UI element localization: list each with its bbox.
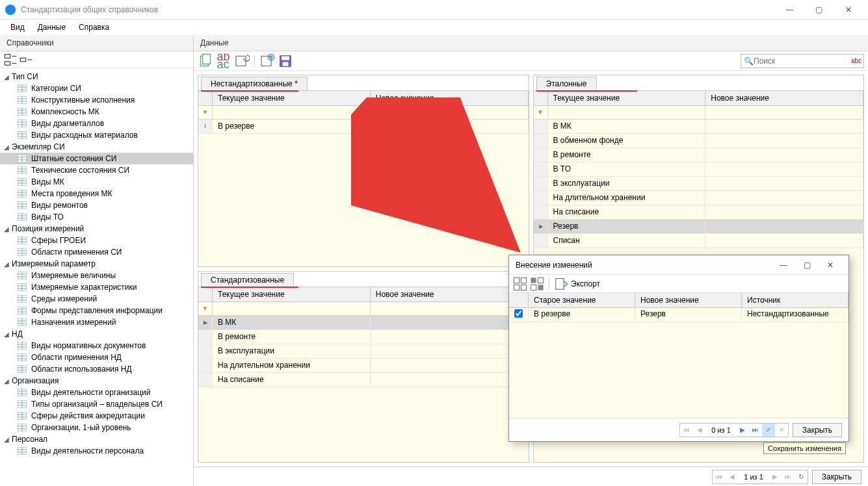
dialog-minimize-button[interactable]: — xyxy=(772,261,795,270)
export-icon[interactable] xyxy=(554,277,568,291)
col-new-value[interactable]: Новое значение xyxy=(705,91,863,105)
row-checkbox[interactable] xyxy=(514,309,523,318)
col-source[interactable]: Источник xyxy=(742,293,848,307)
table-row[interactable]: В ремонте xyxy=(198,330,529,344)
save-icon[interactable] xyxy=(278,53,293,69)
tree-item[interactable]: Типы организаций – владельцев СИ xyxy=(0,398,193,410)
tree-group[interactable]: ◢Тип СИ xyxy=(0,71,193,83)
col-current-value[interactable]: Текущее значение xyxy=(548,91,706,105)
nav-prev-icon[interactable]: ◀ xyxy=(693,424,706,437)
grid-nonstd-body[interactable]: IВ резервеРезерв xyxy=(198,120,529,266)
dialog-maximize-button[interactable]: ▢ xyxy=(795,261,819,270)
tree-item[interactable]: Виды расходных материалов xyxy=(0,129,193,141)
copy-icon[interactable] xyxy=(198,53,213,69)
nav-refresh-icon[interactable]: ↻ xyxy=(795,470,808,483)
table-row[interactable]: Резерв xyxy=(534,220,864,234)
filter-c2[interactable] xyxy=(371,106,529,119)
tab-reference[interactable]: Эталонные xyxy=(536,77,597,90)
menu-help[interactable]: Справка xyxy=(72,21,116,33)
table-row[interactable]: В эксплуатации xyxy=(534,177,864,191)
tree-item[interactable]: Виды драгметаллов xyxy=(0,118,193,129)
refresh-grid-icon[interactable] xyxy=(234,53,250,69)
tree-item[interactable]: Сферы ГРОЕИ xyxy=(0,235,193,246)
table-row[interactable]: Списан xyxy=(534,234,864,248)
col-current-value[interactable]: Текущее значение xyxy=(213,287,371,301)
table-row[interactable]: На длительном хранении xyxy=(198,359,529,373)
filter-icon[interactable]: ▼ xyxy=(198,302,213,315)
tree-item[interactable]: Виды ремонтов xyxy=(0,199,193,211)
tree-item[interactable]: Формы представления информации xyxy=(0,305,193,316)
search-input[interactable] xyxy=(754,57,851,66)
select-all-icon[interactable] xyxy=(513,277,527,291)
nav-last-icon[interactable]: ⏭ xyxy=(749,424,762,437)
apply-changes-icon[interactable] xyxy=(259,53,275,69)
minimize-button[interactable]: — xyxy=(775,1,804,19)
nav-last-icon[interactable]: ⏭ xyxy=(782,470,795,483)
nav-first-icon[interactable]: ⏮ xyxy=(713,470,726,483)
tree-item[interactable]: Виды деятельности организаций xyxy=(0,387,193,398)
apply-check-icon[interactable]: ✓ xyxy=(762,424,775,437)
nav-first-icon[interactable]: ⏮ xyxy=(680,424,693,437)
tree-item[interactable]: Виды МК xyxy=(0,176,193,188)
dialog-close-button[interactable]: ✕ xyxy=(819,261,842,270)
tree-item[interactable]: Сферы действия аккредитации xyxy=(0,410,193,422)
table-row[interactable]: В обменном фонде xyxy=(534,134,864,148)
close-panel-button[interactable]: Закрыть xyxy=(812,470,861,484)
tree-item[interactable]: Виды ТО xyxy=(0,211,193,223)
col-new-value[interactable]: Новое значение xyxy=(371,287,529,301)
tree-item[interactable]: Назначения измерений xyxy=(0,316,193,328)
table-row[interactable]: В ремонте xyxy=(534,148,864,162)
export-label[interactable]: Экспорт xyxy=(571,279,600,288)
table-row[interactable]: На длительном хранении xyxy=(534,191,864,205)
tree-item[interactable]: Штатные состояния СИ xyxy=(0,153,193,164)
dialog-grid-body[interactable]: В резервеРезервНестандартизованные xyxy=(509,308,848,418)
tree-item[interactable]: Измеряемые характеристики xyxy=(0,281,193,293)
filter-icon[interactable]: ▼ xyxy=(534,106,548,119)
table-row[interactable]: В эксплуатации xyxy=(198,344,529,359)
tab-nonstandard[interactable]: Нестандартизованные * xyxy=(201,77,308,90)
tree-item[interactable]: Конструктивные исполнения xyxy=(0,94,193,106)
col-old-value[interactable]: Старое значение xyxy=(529,293,635,307)
dialog-close-btn[interactable]: Закрыть xyxy=(793,423,842,437)
table-row[interactable]: В резервеРезервНестандартизованные xyxy=(509,308,848,322)
tree-group[interactable]: ◢Измеряемый параметр xyxy=(0,258,193,270)
tree-item[interactable]: Области применения НД xyxy=(0,352,193,363)
filter-c1[interactable] xyxy=(548,106,706,119)
col-new-value[interactable]: Новое значение xyxy=(635,293,742,307)
tree-item[interactable]: Виды нормативных документов xyxy=(0,340,193,352)
filter-c2[interactable] xyxy=(371,302,529,315)
nav-next-icon[interactable]: ▶ xyxy=(736,424,749,437)
nav-next-icon[interactable]: ▶ xyxy=(769,470,782,483)
col-current-value[interactable]: Текущее значение xyxy=(213,91,371,105)
tree-item[interactable]: Организации, 1-ый уровень xyxy=(0,422,193,433)
tree-group[interactable]: ◢Персонал xyxy=(0,433,193,445)
grid-std-body[interactable]: В МКВ ремонтеВ эксплуатацииНа длительном… xyxy=(198,316,529,463)
maximize-button[interactable]: ▢ xyxy=(804,1,834,19)
filter-c1[interactable] xyxy=(213,302,371,315)
tab-standard[interactable]: Стандартизованные xyxy=(201,273,294,287)
nav-prev-icon[interactable]: ◀ xyxy=(726,470,739,483)
table-row[interactable]: В ТО xyxy=(534,162,864,177)
filter-c2[interactable] xyxy=(705,106,863,119)
tree-item[interactable]: Измеряемые величины xyxy=(0,270,193,281)
tree-group[interactable]: ◢НД xyxy=(0,328,193,340)
cancel-x-icon[interactable]: ✕ xyxy=(775,424,788,437)
table-row[interactable]: На списание xyxy=(198,373,529,387)
table-row[interactable]: На списание xyxy=(534,205,864,220)
menu-data[interactable]: Данные xyxy=(31,21,72,33)
tree-item[interactable]: Категории СИ xyxy=(0,83,193,94)
tree-item[interactable]: Виды деятельности персонала xyxy=(0,445,193,457)
deselect-all-icon[interactable] xyxy=(530,277,544,291)
tree-item[interactable]: Места проведения МК xyxy=(0,188,193,199)
search-box[interactable]: 🔍 abc xyxy=(741,54,864,68)
filter-icon[interactable]: ▼ xyxy=(198,106,213,119)
tree-item[interactable]: Среды измерений xyxy=(0,293,193,305)
col-new-value[interactable]: Новое значение xyxy=(371,91,529,105)
tree-item[interactable]: Области применения СИ xyxy=(0,246,193,258)
tree-group[interactable]: ◢Экземпляр СИ xyxy=(0,141,193,153)
table-row[interactable]: В МК xyxy=(198,316,529,330)
tree-group[interactable]: ◢Позиция измерений xyxy=(0,223,193,235)
tree-item[interactable]: Комплексность МК xyxy=(0,106,193,118)
close-button[interactable]: ✕ xyxy=(834,1,863,19)
menu-view[interactable]: Вид xyxy=(4,21,31,33)
